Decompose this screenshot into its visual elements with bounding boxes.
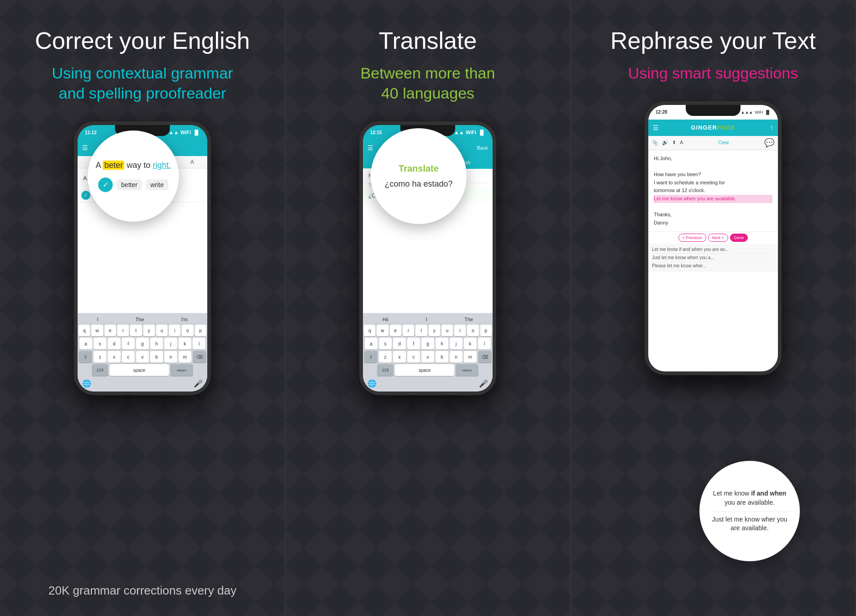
k-w[interactable]: w [377,324,388,336]
key-z[interactable]: z [94,351,106,363]
k-n[interactable]: n [450,351,462,363]
key-u[interactable]: u [156,324,168,336]
key-e[interactable]: e [105,324,116,336]
key-l[interactable]: l [193,338,205,350]
key-h[interactable]: h [150,338,163,350]
back-button[interactable]: Back [477,145,488,151]
k-c[interactable]: c [407,351,420,363]
key-w[interactable]: w [91,324,103,336]
k-g[interactable]: g [421,338,434,350]
suggestion-2[interactable]: Just let me know when you a... [652,254,774,262]
k-m[interactable]: m [464,351,477,363]
share-icon[interactable]: ⬆ [672,140,676,146]
message-icon[interactable]: 💬 [764,138,774,148]
suggestion-l[interactable]: l [97,317,98,322]
key-m[interactable]: m [179,351,191,363]
key-space[interactable]: space [110,364,169,376]
key-n[interactable]: n [164,351,177,363]
upload-icon[interactable]: ↑ [770,124,773,132]
key-delete[interactable]: ⌫ [193,351,206,363]
k-k[interactable]: k [464,338,477,350]
key-return[interactable]: return [170,364,193,376]
suggestion-3[interactable]: Please let me know wher... [652,262,774,270]
k-d[interactable]: d [393,338,406,350]
k-x[interactable]: x [393,351,406,363]
rephrase-opt-1[interactable]: Let me know if and when you are availabl… [709,485,791,511]
k-shift[interactable]: ⇧ [364,351,378,363]
done-button[interactable]: Done [730,234,748,242]
key-i[interactable]: i [169,324,180,336]
key-o[interactable]: o [182,324,193,336]
k-o[interactable]: o [467,324,478,336]
suggestion-1[interactable]: Let me know if and when you are av... [652,245,774,254]
check-icon[interactable]: ✓ [98,177,113,192]
clear-button[interactable]: Clear [718,140,729,145]
k-q[interactable]: q [364,324,375,336]
k-globe[interactable]: 🌐 [368,379,377,388]
k-s[interactable]: s [379,338,392,350]
key-d[interactable]: d [108,338,121,350]
key-b[interactable]: b [150,351,163,363]
option-write[interactable]: write [146,179,168,190]
key-mic[interactable]: 🎤 [194,379,203,388]
phone-3-wrapper: Let me know if and when you are availabl… [645,101,782,598]
email-highlight: Let me know when you are available. [654,195,772,203]
k-y[interactable]: y [429,324,440,336]
key-f[interactable]: f [122,338,135,350]
sug-hii[interactable]: Hii [383,317,389,322]
key-j[interactable]: j [164,338,177,350]
clip-icon[interactable]: 📎 [652,140,658,146]
key-a[interactable]: a [79,338,92,350]
k-e[interactable]: e [390,324,401,336]
k-p[interactable]: p [480,324,492,336]
key-r[interactable]: r [117,324,129,336]
k-123[interactable]: 123 [377,364,394,376]
key-s[interactable]: s [94,338,106,350]
suggestion-im[interactable]: I'm [181,317,188,322]
key-q[interactable]: q [79,324,90,336]
k-u[interactable]: u [441,324,453,336]
k-return[interactable]: return [456,364,478,376]
key-x[interactable]: x [108,351,121,363]
key-p[interactable]: p [195,324,206,336]
k-space[interactable]: space [395,364,454,376]
email-text[interactable]: Hi John, How have you been? I want to sc… [648,150,778,231]
key-t[interactable]: t [130,324,142,336]
suggestion-the[interactable]: The [136,317,144,322]
sug-the2[interactable]: The [464,317,473,322]
k-j[interactable]: j [450,338,462,350]
k-i[interactable]: i [454,324,466,336]
k-b[interactable]: b [436,351,448,363]
k-t[interactable]: t [415,324,427,336]
k-z[interactable]: z [379,351,392,363]
menu-icon-2[interactable]: ☰ [368,144,373,151]
k-f[interactable]: f [407,338,420,350]
k-a[interactable]: a [365,338,378,350]
key-k[interactable]: k [179,338,191,350]
prev-button[interactable]: < Previous [678,234,706,242]
k-h[interactable]: h [436,338,448,350]
key-v[interactable]: v [136,351,149,363]
key-123[interactable]: 123 [92,364,108,376]
key-c[interactable]: c [122,351,135,363]
k-r[interactable]: r [403,324,414,336]
sug-i[interactable]: I [425,317,427,322]
app-logo-3: GINGERPAGE [691,124,735,131]
speaker-icon-3[interactable]: 🔊 [662,140,668,146]
k-delete[interactable]: ⌫ [478,351,492,363]
key-y[interactable]: y [143,324,155,336]
key-g[interactable]: g [136,338,149,350]
font-icon[interactable]: A [190,159,194,165]
menu-icon-3[interactable]: ☰ [653,124,659,131]
rephrase-opt-2[interactable]: Just let me know wher you are available. [709,512,791,537]
k-mic[interactable]: 🎤 [479,379,488,388]
font-icon-3[interactable]: A [680,140,683,146]
k-v[interactable]: v [421,351,434,363]
menu-icon[interactable]: ☰ [82,144,88,151]
key-shift[interactable]: ⇧ [79,351,92,363]
k-l[interactable]: l [478,338,491,350]
mini-check-icon[interactable]: ✓ [81,191,90,200]
key-globe[interactable]: 🌐 [82,379,91,388]
option-better[interactable]: better [116,179,142,190]
next-button[interactable]: Next > [708,234,728,242]
